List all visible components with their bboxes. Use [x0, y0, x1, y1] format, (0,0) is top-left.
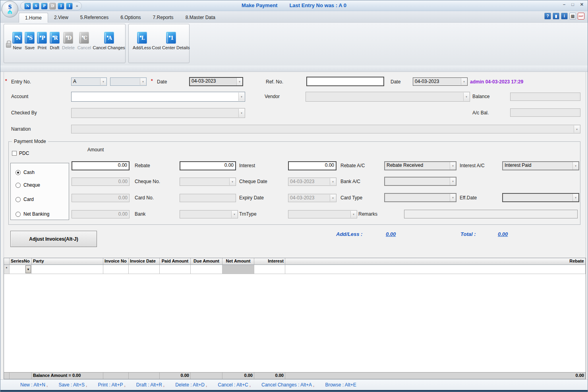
entry-series-combo[interactable]: A▾ — [71, 77, 107, 86]
draft-icon: R — [50, 32, 60, 44]
tab-master-data[interactable]: 8.Master Data — [180, 13, 221, 23]
summary-paid-amount: 0.00 — [160, 373, 191, 379]
card-no-label: Card No. — [135, 195, 154, 201]
ref-date-label: Date — [391, 79, 400, 85]
rebate-cell[interactable] — [285, 265, 586, 274]
chevron-down-icon: ▾ — [450, 162, 456, 170]
invoice-date-cell[interactable] — [129, 265, 160, 274]
cheque-no-combo: ▾ — [180, 178, 236, 186]
cheque-date-combo: 04-03-2023▾ — [288, 178, 337, 186]
narration-combo[interactable]: ▾ — [71, 125, 580, 133]
due-amount-cell[interactable] — [191, 265, 222, 274]
exit-icon[interactable]: EXIT — [578, 13, 584, 19]
tab-home[interactable]: 1.Home — [19, 13, 48, 23]
date-required-mark: * — [151, 78, 153, 84]
invoice-no-cell[interactable] — [103, 265, 129, 274]
shortcut-cancel: Cancel : Alt+C, — [218, 382, 251, 388]
print-button[interactable]: P Print — [36, 32, 48, 50]
interest-ac-label: Interest A/C — [460, 163, 485, 168]
tab-options[interactable]: 6.Options — [114, 13, 147, 23]
cancel-button[interactable]: C Cancel — [75, 32, 93, 50]
col-invoice-no: Invoice No — [103, 258, 129, 265]
narration-label: Narration — [11, 126, 31, 132]
expiry-date-combo: 04-03-2023▾ — [288, 194, 337, 202]
minimize-button[interactable]: – — [563, 2, 565, 7]
bank-combo: ▾ — [180, 210, 238, 218]
add-less-total-value[interactable]: 0.00 — [386, 231, 396, 237]
vendor-combo[interactable]: ▾ — [306, 92, 470, 102]
cash-amount-input[interactable]: 0.00 — [72, 161, 130, 170]
tab-reports[interactable]: 7.Reports — [147, 13, 180, 23]
checked-by-combo[interactable]: ▾ — [71, 108, 245, 118]
delete-button[interactable]: D Delete — [61, 32, 75, 50]
info-icon[interactable]: i — [561, 13, 568, 19]
col-interest: Interest — [254, 258, 285, 265]
draft-button[interactable]: R Draft — [48, 32, 61, 50]
card-radio[interactable]: Card — [15, 197, 34, 202]
ref-date-combo[interactable]: 04-03-2023▾ — [413, 77, 468, 86]
rebate-ac-combo[interactable]: Rebate Received▾ — [384, 161, 456, 170]
interest-input[interactable]: 0.00 — [288, 161, 337, 170]
ribbon-tab-bar: 1.Home 2.View 5.References 6.Options 7.R… — [0, 11, 588, 23]
netbanking-radio[interactable]: Net Banking — [15, 211, 49, 217]
tab-references[interactable]: 5.References — [74, 13, 114, 23]
chevron-down-icon: ▾ — [573, 194, 578, 201]
bank-ac-combo: ▾ — [384, 177, 456, 186]
save-icon: S — [25, 32, 35, 44]
about-icon[interactable]: ▮ — [553, 13, 559, 19]
cancel-changes-button[interactable]: A Cancel Changes — [93, 32, 125, 50]
new-button[interactable]: N New — [11, 32, 23, 50]
help-icon[interactable]: ? — [544, 13, 551, 19]
interest-cell[interactable] — [254, 265, 285, 274]
cheque-date-label: Cheque Date — [239, 179, 267, 184]
entry-number-combo[interactable]: ▾ — [110, 77, 147, 86]
remarks-input[interactable] — [404, 210, 578, 218]
add-less-icon: L — [137, 32, 147, 44]
expiry-date-label: Expiry Date — [239, 195, 264, 201]
date-combo[interactable]: 04-03-2023▾ — [189, 77, 243, 86]
rebate-input[interactable]: 0.00 — [180, 161, 236, 170]
summary-net-amount: 0.00 — [222, 373, 254, 379]
bank-label: Bank — [135, 211, 145, 217]
interest-ac-combo[interactable]: Interest Paid▾ — [502, 161, 579, 170]
eff-date-combo[interactable]: ▾ — [502, 193, 579, 202]
col-party: Party — [32, 258, 103, 265]
close-button[interactable]: ✕ — [580, 2, 584, 7]
shortcut-delete: Delete : Alt+D, — [175, 382, 207, 388]
netbanking-amount-input: 0.00 — [72, 210, 130, 218]
payment-form: * Entry No. A▾ ▾ * Date 04-03-2023▾ Ref.… — [0, 72, 588, 379]
window-title: Make Payment — [242, 2, 277, 8]
pdc-checkbox[interactable] — [12, 151, 17, 156]
ref-no-label: Ref. No. — [266, 79, 283, 85]
pdc-checkbox-row[interactable]: PDC — [12, 151, 29, 156]
cheque-radio[interactable]: Cheque — [15, 182, 40, 188]
adjust-invoices-button[interactable]: Adjust Invoices(Alt-J) — [10, 231, 97, 247]
shortcut-cancel-changes: Cancel Changes : Alt+A, — [261, 382, 314, 388]
summary-rebate: 0.00 — [285, 373, 586, 379]
total-value[interactable]: 0.00 — [498, 231, 508, 237]
col-paid-amount: Paid Amount — [160, 258, 191, 265]
chevron-down-icon: ▾ — [574, 126, 580, 133]
add-less-button[interactable]: L Add/Less — [131, 32, 153, 50]
party-cell[interactable] — [32, 265, 103, 274]
paid-amount-cell[interactable] — [160, 265, 191, 274]
chevron-down-icon: ▾ — [229, 178, 235, 185]
notes-icon[interactable]: ▤ — [569, 13, 576, 19]
ref-no-input[interactable] — [306, 77, 384, 86]
col-rebate: Rebate — [285, 258, 586, 265]
bank-ac-label: Bank A/C — [340, 179, 360, 184]
maximize-button[interactable]: □ — [571, 2, 574, 7]
account-combo[interactable]: ▾ — [71, 92, 245, 102]
trntype-label: TrnType — [239, 211, 257, 217]
ac-bal-label: A/c Bal. — [472, 110, 489, 116]
tab-view[interactable]: 2.View — [48, 13, 74, 23]
cost-center-details-button[interactable]: 1 Cost Center Details — [153, 32, 189, 50]
seriesno-cell[interactable]: ▼ — [10, 265, 32, 274]
total-label: Total : — [460, 231, 476, 237]
ribbon-group-extras: L Add/Less 1 Cost Center Details — [128, 24, 190, 63]
cell-dropdown-icon[interactable]: ▼ — [25, 265, 31, 273]
print-icon: P — [37, 32, 47, 44]
cash-radio[interactable]: Cash — [15, 170, 35, 175]
save-button[interactable]: S Save — [23, 32, 36, 50]
lock-button[interactable] — [4, 32, 11, 48]
